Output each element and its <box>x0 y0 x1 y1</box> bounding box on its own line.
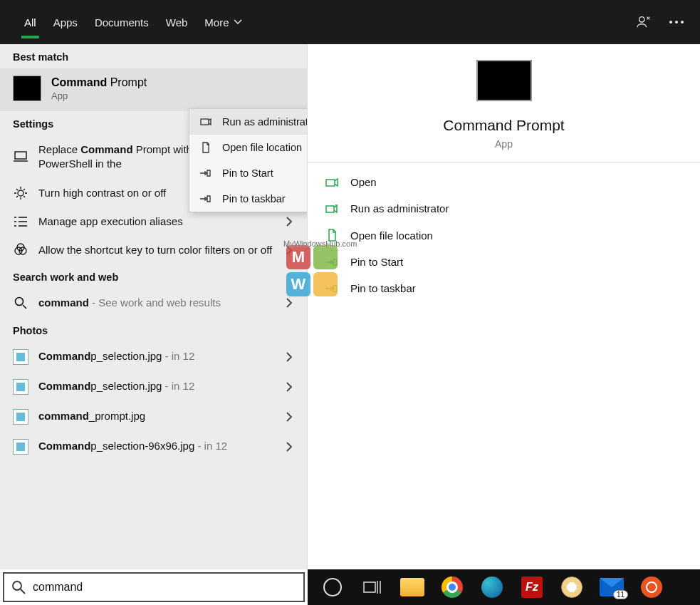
svg-rect-7 <box>201 119 209 125</box>
shield-admin-icon <box>325 203 339 214</box>
tab-documents[interactable]: Documents <box>86 0 157 44</box>
photo-item[interactable]: Commandp_selection.jpg - in 12 <box>0 372 307 402</box>
taskbar-filezilla[interactable]: Fz <box>517 572 547 602</box>
options-icon[interactable] <box>660 6 693 38</box>
section-photos: Photos <box>0 318 307 342</box>
mail-badge: 11 <box>613 590 628 599</box>
tab-web[interactable]: Web <box>157 0 197 44</box>
photo-item[interactable]: Commandp_selection.jpg - in 12 <box>0 342 307 372</box>
taskbar-mail[interactable]: 11 <box>597 572 627 602</box>
section-best-match: Best match <box>0 44 307 68</box>
chevron-right-icon <box>286 382 293 392</box>
search-input[interactable] <box>33 581 296 594</box>
action-pin-to-start[interactable]: Pin to Start <box>308 249 700 275</box>
chevron-right-icon <box>286 442 293 452</box>
chevron-right-icon <box>286 352 293 362</box>
image-file-icon <box>13 379 28 395</box>
list-icon <box>13 216 28 227</box>
svg-point-6 <box>16 298 23 306</box>
action-pin-to-taskbar[interactable]: Pin to taskbar <box>308 275 700 301</box>
tab-more-label: More <box>204 16 229 29</box>
command-prompt-icon <box>476 60 532 101</box>
pin-icon <box>199 194 212 204</box>
svg-point-10 <box>13 581 21 590</box>
action-open[interactable]: Open <box>308 169 700 195</box>
tab-all[interactable]: All <box>16 0 45 44</box>
open-icon <box>325 177 339 187</box>
shield-admin-icon <box>199 116 212 128</box>
ctx-open-file-location[interactable]: Open file location <box>189 135 308 160</box>
best-match-subtitle: App <box>51 91 147 101</box>
color-filter-icon <box>13 243 28 257</box>
chevron-right-icon <box>286 412 293 422</box>
taskbar-chrome[interactable] <box>437 572 467 602</box>
taskbar-file-explorer[interactable] <box>397 572 427 602</box>
taskbar-cortana[interactable] <box>318 572 348 602</box>
ctx-run-as-administrator[interactable]: Run as administrator <box>189 109 308 135</box>
search-scope-tabs: All Apps Documents Web More <box>0 0 700 44</box>
search-icon <box>13 296 28 309</box>
chevron-right-icon <box>286 217 293 227</box>
svg-rect-11 <box>364 582 375 592</box>
command-prompt-icon <box>13 76 41 101</box>
image-file-icon <box>13 439 28 455</box>
photo-item[interactable]: command_prompt.jpg <box>0 402 307 432</box>
taskbar-edge[interactable] <box>477 572 507 602</box>
best-match-title: Command Prompt <box>51 76 147 89</box>
context-menu: Run as administrator Open file location … <box>189 108 308 212</box>
pin-icon <box>199 168 212 178</box>
search-box[interactable] <box>3 572 305 602</box>
preview-pane: Command Prompt App Open Run as administr… <box>308 44 700 569</box>
chevron-down-icon <box>234 18 242 26</box>
image-file-icon <box>13 409 28 425</box>
divider <box>308 162 700 163</box>
taskbar: Fz 11 <box>308 569 700 605</box>
tab-apps[interactable]: Apps <box>45 0 86 44</box>
laptop-icon <box>13 151 28 162</box>
chevron-right-icon <box>286 298 293 308</box>
svg-rect-8 <box>326 180 335 186</box>
ctx-pin-to-taskbar[interactable]: Pin to taskbar <box>189 186 308 212</box>
section-search-web: Search work and web <box>0 264 307 289</box>
ctx-pin-to-start[interactable]: Pin to Start <box>189 160 308 186</box>
web-search-item[interactable]: command - See work and web results <box>0 289 307 317</box>
pin-icon <box>325 284 339 294</box>
photo-item[interactable]: Commandp_selection-96x96.jpg - in 12 <box>0 432 307 462</box>
svg-point-2 <box>18 190 23 196</box>
taskbar-task-view[interactable] <box>357 572 387 602</box>
folder-location-icon <box>199 142 212 153</box>
preview-title: Command Prompt <box>322 117 686 134</box>
taskbar-paint[interactable] <box>557 572 587 602</box>
chevron-right-icon <box>286 245 293 255</box>
pin-icon <box>325 257 339 267</box>
action-open-file-location[interactable]: Open file location <box>308 222 700 249</box>
folder-location-icon <box>325 229 339 242</box>
image-file-icon <box>13 349 28 365</box>
svg-point-0 <box>639 17 644 22</box>
action-run-as-administrator[interactable]: Run as administrator <box>308 195 700 222</box>
search-icon <box>11 580 26 594</box>
taskbar-ubuntu[interactable] <box>637 572 667 602</box>
results-pane: Best match Command Prompt App Settings R… <box>0 44 308 569</box>
preview-subtitle: App <box>322 138 686 150</box>
best-match-result[interactable]: Command Prompt App <box>0 68 307 111</box>
feedback-icon[interactable] <box>627 6 660 38</box>
svg-rect-1 <box>15 152 26 159</box>
brightness-icon <box>13 186 28 200</box>
tab-more[interactable]: More <box>196 0 250 44</box>
settings-item-color-filters[interactable]: Allow the shortcut key to turn color fil… <box>0 236 307 264</box>
svg-rect-9 <box>326 206 334 212</box>
